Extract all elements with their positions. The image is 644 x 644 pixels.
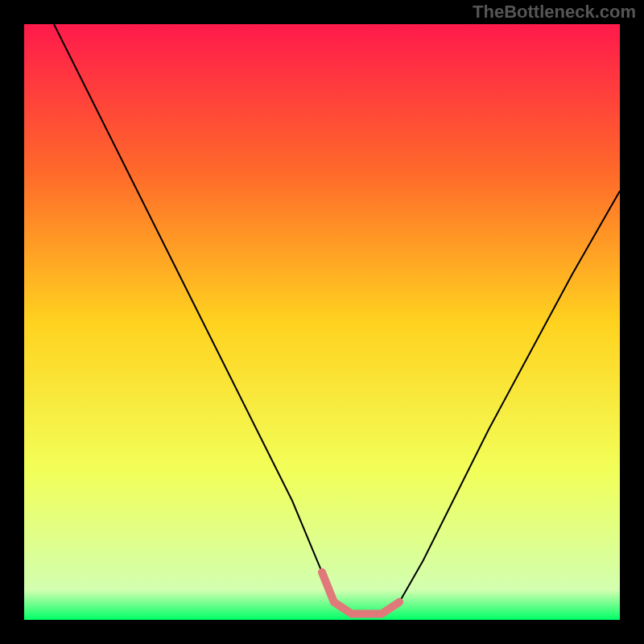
chart-background	[24, 24, 620, 620]
chart-svg	[24, 24, 620, 620]
bottleneck-chart	[24, 24, 620, 620]
watermark-text: TheBottleneck.com	[473, 2, 636, 23]
